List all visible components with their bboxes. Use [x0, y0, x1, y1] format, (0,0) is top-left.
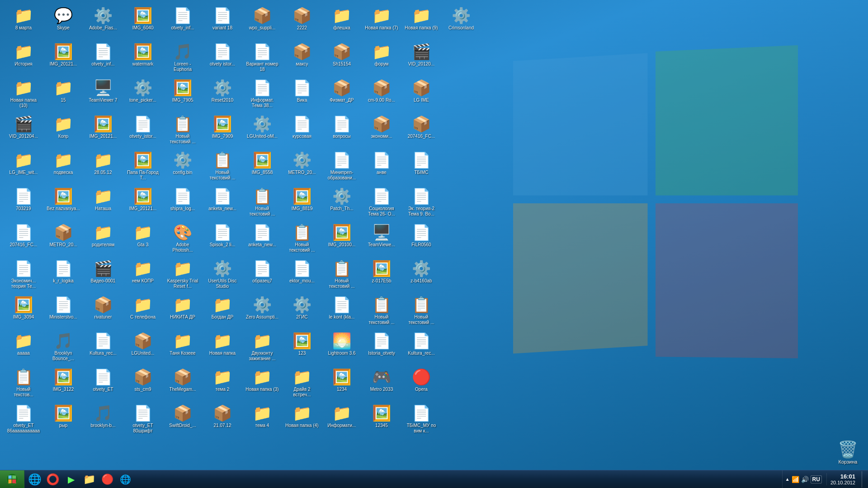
desktop-icon-otvety-et80[interactable]: 📄 otvety_ET 80шрифт: [125, 402, 161, 436]
desktop-icon-img8558[interactable]: 🖼️ IMG_8558: [244, 149, 280, 183]
desktop-icon-017e5b[interactable]: 🖼️ z-017E5b: [363, 258, 400, 292]
desktop-icon-otvety-et[interactable]: 📄 otvety_ET 86ааааааааааа: [5, 402, 42, 436]
desktop-icon-metro20[interactable]: 📦 METRO_20...: [45, 221, 81, 256]
desktop-icon-z-b4160ab[interactable]: ⚙️ z-b4160ab: [403, 258, 439, 292]
desktop-icon-le-kont[interactable]: 📄 le kont (kla...: [324, 294, 360, 328]
desktop-icon-istoriya[interactable]: 📁 История: [5, 41, 42, 75]
desktop-icon-miniprep-obr[interactable]: 📄 Минипреп- образовани...: [324, 149, 360, 183]
desktop-icon-brooklyn-bounce[interactable]: 🎵 Brooklyn Bounce_...: [45, 330, 81, 364]
desktop-icon-lgunited2[interactable]: ⚙️ LGUnited-oM...: [244, 113, 280, 147]
desktop-icon-novyi-tekst6[interactable]: 📋 Новый текстовий ...: [324, 258, 360, 292]
taskbar-opera2[interactable]: 🔴: [99, 471, 116, 488]
desktop-icon-img3122[interactable]: 🖼️ IMG_3122: [45, 366, 81, 400]
desktop-icon-novyi-tekst8[interactable]: 📋 Новый текстовий ...: [403, 294, 439, 328]
desktop-icon-img7905[interactable]: 🖼️ IMG_7905: [165, 77, 201, 111]
desktop-icon-gta3[interactable]: 📁 Gta 3: [125, 221, 161, 256]
desktop-icon-lgime-with[interactable]: 📁 LG_IME_wit...: [5, 149, 42, 183]
desktop-icon-2gis[interactable]: ⚙️ 2ГИС: [284, 294, 320, 328]
desktop-icon-sotsiolog-tema[interactable]: 📄 Социология Тема 26- О...: [363, 185, 400, 220]
desktop-icon-novyi-tekst4[interactable]: 📋 Новый текстовий ...: [244, 185, 280, 220]
clock[interactable]: 16:01 20.10.2012: [826, 473, 859, 485]
desktop-icon-otvety-inf[interactable]: 📄 otvety_inf...: [85, 41, 121, 75]
desktop-icon-ek-teoria2[interactable]: 📄 Эк. теория-2 Тема 9. Во...: [403, 185, 439, 220]
tray-arrow[interactable]: ▲: [785, 477, 790, 482]
desktop-icon-tone-picker[interactable]: ⚙️ tone_picker...: [125, 77, 161, 111]
show-desktop[interactable]: [862, 471, 864, 488]
desktop-icon-tbimc-mp[interactable]: 📄 ТБіМС_МУ по вим к...: [403, 402, 439, 436]
desktop-icon-variant-nom18[interactable]: 📄 Вариант номер 18: [244, 41, 280, 75]
desktop-icon-28-05-12[interactable]: 📁 28.05.12: [85, 149, 121, 183]
desktop-icon-roditelyam[interactable]: 📁 родителям: [85, 221, 121, 256]
desktop-icon-novaya-papka4[interactable]: 📁 Новая папка (4): [284, 402, 320, 436]
taskbar-ie[interactable]: 🌐: [26, 471, 43, 488]
desktop-icon-tema4[interactable]: 📁 тема 4: [244, 402, 280, 436]
desktop-icon-themegam[interactable]: 📦 TheMegam...: [165, 366, 201, 400]
desktop-icon-lg-ime[interactable]: 📦 LG IME: [403, 77, 439, 111]
desktop-icon-istoria-otvety[interactable]: 📄 Istoria_otvety: [363, 330, 400, 364]
desktop-icon-loreen-euph[interactable]: 🎵 Loreen - Euphoria: [165, 41, 201, 75]
desktop-icon-shipra-log[interactable]: 📄 shipra_log...: [165, 185, 201, 220]
desktop-icon-lgunited[interactable]: 📦 LGUnited...: [125, 330, 161, 364]
taskbar-ie2[interactable]: 🌐: [117, 471, 134, 488]
desktop-icon-img20121c[interactable]: 🖼️ IMG_20121...: [125, 185, 161, 220]
desktop-icon-opera[interactable]: 🔴 Opera: [403, 366, 439, 400]
start-button[interactable]: [0, 470, 24, 488]
desktop-icon-kaspersky[interactable]: 📁 Kaspersky Trial Reset f...: [165, 258, 201, 292]
desktop-icon-novyi-tekst5[interactable]: 📋 Новый текстовий ...: [284, 221, 320, 256]
desktop-icon-123[interactable]: 🖼️ 123: [284, 330, 320, 364]
desktop-icon-ektor-mou[interactable]: 📄 ektor_mou...: [284, 258, 320, 292]
desktop-icon-dvuhkontu[interactable]: 📁 Двухконту зажигание ...: [244, 330, 280, 364]
desktop-icon-informat-tema38[interactable]: 📄 Информат. Тема 38...: [244, 77, 280, 111]
desktop-icon-img20100[interactable]: 🖼️ IMG_20100...: [324, 221, 360, 256]
desktop-icon-swiftdroid[interactable]: 📦 SwiftDroid_...: [165, 402, 201, 436]
taskbar-explorer[interactable]: 📁: [80, 471, 98, 488]
desktop-icon-kopr[interactable]: 📁 Копр: [45, 113, 81, 147]
desktop-icon-aaaaa[interactable]: 📁 ааааа: [5, 330, 42, 364]
desktop-icon-tanya-koz[interactable]: 📁 Таня Козеее: [165, 330, 201, 364]
desktop-icon-novyi-tekst[interactable]: 📋 Новый текстов...: [5, 366, 42, 400]
taskbar-winamp[interactable]: ▶: [62, 471, 80, 488]
desktop-icon-207416-fc[interactable]: 📄 207416_FC...: [5, 221, 42, 256]
desktop-icon-otvety-et2[interactable]: 📄 otvety_ET: [85, 366, 121, 400]
desktop-icon-ekonomich[interactable]: 📄 Экономич... теория Те...: [5, 258, 42, 292]
desktop-icon-patch-th[interactable]: ⚙️ Patch_Th...: [324, 185, 360, 220]
desktop-icon-novaya-papka3[interactable]: 📁 Новая папка (3): [244, 366, 280, 400]
desktop-icon-otvety-istor[interactable]: 📄 otvety_istor...: [125, 113, 161, 147]
desktop-icon-21-07-12[interactable]: 📦 21.07.12: [204, 402, 241, 436]
desktop-icon-brooklyn-b[interactable]: 🎵 brooklyn-b...: [85, 402, 121, 436]
desktop-icon-fleshka[interactable]: 📁 флешка: [324, 5, 360, 39]
desktop-icon-variant18[interactable]: 📄 variant 18: [204, 5, 241, 39]
desktop-icon-lightroom38[interactable]: 🌅 Lightroom 3.6: [324, 330, 360, 364]
desktop-icon-tbimc[interactable]: 📄 ТБІМС: [403, 149, 439, 183]
desktop-icon-2222[interactable]: 📦 2222: [284, 5, 320, 39]
desktop-icon-podveska[interactable]: 📁 подвеска: [45, 149, 81, 183]
desktop-icon-kultura-rec2[interactable]: 📄 Kultura_rec...: [403, 330, 439, 364]
desktop-icon-metro20b[interactable]: ⚙️ METRO_20...: [284, 149, 320, 183]
desktop-icon-vid2012041[interactable]: 🎬 VID_201204...: [5, 113, 42, 147]
desktop-icon-watermark[interactable]: 🖼️ watermark: [125, 41, 161, 75]
desktop-icon-video0001[interactable]: 🎬 Видео-0001: [85, 258, 121, 292]
desktop-icon-cm9-rom[interactable]: 📦 cm-9.00 Ro...: [363, 77, 400, 111]
desktop-icon-fizmat-dp[interactable]: 📦 Физмат_ДР: [324, 77, 360, 111]
desktop-icon-obrazec7[interactable]: 📄 образец7: [244, 258, 280, 292]
desktop-icon-zero-assump[interactable]: ⚙️ Zero Assumpti...: [244, 294, 280, 328]
desktop-icon-nem-kopr[interactable]: 📁 нем КОПР: [125, 258, 161, 292]
desktop-icon-bez-nazv[interactable]: 🖼️ Bez nazvaniya...: [45, 185, 81, 220]
desktop-icon-s-telefona[interactable]: 📁 С телефона: [125, 294, 161, 328]
desktop-icon-spisok-2[interactable]: 📄 Spisok_2 li...: [204, 221, 241, 256]
desktop-icon-novaya-papka9[interactable]: 📁 Новая папка (9): [403, 5, 439, 39]
desktop-icon-adobe-flash[interactable]: ⚙️ Adobe_Flas...: [85, 5, 121, 39]
desktop-icon-vid201204b[interactable]: 🎬 VID_20120...: [403, 41, 439, 75]
desktop-icon-img8819[interactable]: 🖼️ IMG_8819: [284, 185, 320, 220]
desktop-icon-vika[interactable]: 📄 Вика: [284, 77, 320, 111]
desktop-icon-img6040[interactable]: 🖼️ IMG_6040: [125, 5, 161, 39]
desktop-icon-img2012[interactable]: 🖼️ IMG_20121...: [45, 41, 81, 75]
desktop-icon-skype[interactable]: 💬 Skype: [45, 5, 81, 39]
desktop-icon-703219[interactable]: 📄 703219: [5, 185, 42, 220]
desktop-icon-kultura-rec[interactable]: 📄 Kultura_rec...: [85, 330, 121, 364]
desktop-icon-bogdan-dp[interactable]: 📁 Богдан ДР: [204, 294, 241, 328]
desktop-icon-207416-fcb[interactable]: 📦 207416_FC...: [403, 113, 439, 147]
desktop-icon-draiv2[interactable]: 📁 Драйв 2 встреч...: [284, 366, 320, 400]
taskbar-opera[interactable]: ⭕: [44, 471, 61, 488]
desktop-icon-rivatuner[interactable]: 📦 rivatuner: [85, 294, 121, 328]
